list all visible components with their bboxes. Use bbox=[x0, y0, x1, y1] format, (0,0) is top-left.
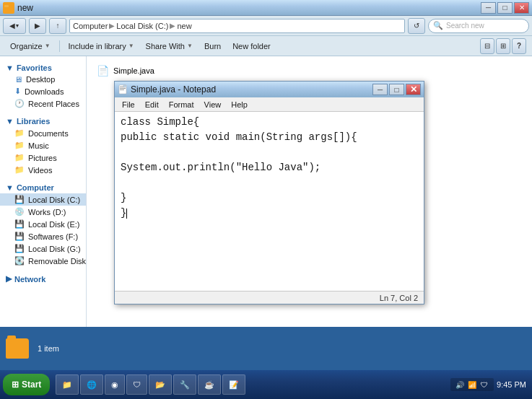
notepad-window: Simple.java - Notepad ─ □ ✕ File Edit Fo… bbox=[114, 81, 424, 304]
svg-rect-1 bbox=[4, 5, 9, 7]
notepad-minimize-btn[interactable]: ─ bbox=[372, 84, 388, 95]
sidebar-section-libraries: ▼ Libraries 📁 Documents 📁 Music 📁 Pictur… bbox=[0, 115, 86, 176]
taskbar: ⊞ Start 📁 🌐 ◉ 🛡 📂 🔧 ☕ 📝 🔊 📶 bbox=[0, 370, 532, 399]
sidebar-item-desktop[interactable]: 🖥 Desktop bbox=[0, 74, 86, 85]
path-segment-new: new bbox=[177, 22, 191, 30]
address-path[interactable]: Computer ▶ Local Disk (C:) ▶ new bbox=[69, 19, 405, 33]
menu-item-view[interactable]: View bbox=[200, 99, 226, 110]
sidebar-item-pictures[interactable]: 📁 Pictures bbox=[0, 152, 86, 164]
removable-i-icon: 💽 bbox=[14, 256, 25, 266]
notepad-content[interactable]: class Simple{ public static void main(St… bbox=[115, 112, 424, 291]
recent-label: Recent Places bbox=[28, 100, 79, 108]
notepad-status-bar: Ln 7, Col 2 bbox=[115, 291, 424, 304]
back-button[interactable]: ◀ ▼ bbox=[3, 18, 26, 34]
notepad-close-btn[interactable]: ✕ bbox=[406, 84, 421, 95]
up-arrow-icon: ↑ bbox=[56, 22, 60, 30]
taskbar-item-misc2[interactable]: 📂 bbox=[149, 374, 172, 395]
recent-icon: 🕐 bbox=[14, 99, 25, 108]
sidebar-libraries-header[interactable]: ▼ Libraries bbox=[0, 115, 86, 127]
search-icon: 🔍 bbox=[433, 21, 443, 30]
tray-icon-security[interactable]: 🛡 bbox=[479, 380, 489, 390]
notepad-close-icon: ✕ bbox=[410, 84, 417, 95]
organize-button[interactable]: Organize ▼ bbox=[6, 38, 55, 54]
search-placeholder: Search new bbox=[446, 22, 484, 30]
path-segment-disk: Local Disk (C:) bbox=[116, 22, 168, 30]
desktop-folder-item[interactable] bbox=[6, 338, 29, 359]
taskbar-item-misc3[interactable]: 🔧 bbox=[173, 374, 196, 395]
view-options-button[interactable]: ⊞ bbox=[496, 38, 510, 54]
taskbar-item-chrome[interactable]: ◉ bbox=[105, 374, 125, 395]
sidebar-network-header[interactable]: ▶ Network bbox=[0, 273, 86, 285]
desktop-folder-icon bbox=[6, 338, 29, 359]
search-bar[interactable]: 🔍 Search new bbox=[428, 19, 529, 33]
address-bar: ◀ ▼ ▶ ↑ Computer ▶ Local Disk (C:) ▶ new… bbox=[0, 16, 532, 36]
sidebar-item-recent[interactable]: 🕐 Recent Places bbox=[0, 97, 86, 110]
network-label: Network bbox=[14, 275, 45, 284]
taskbar-item-folder[interactable]: 📁 bbox=[56, 374, 79, 395]
sidebar-item-videos[interactable]: 📁 Videos bbox=[0, 164, 86, 176]
menu-edit-label: Edit bbox=[145, 100, 159, 109]
code-line-4: System.out.println("Hello Java"); bbox=[121, 162, 320, 173]
menu-item-file[interactable]: File bbox=[118, 99, 139, 110]
minimize-button[interactable]: ─ bbox=[481, 2, 496, 14]
toolbar-sep-1 bbox=[59, 40, 60, 52]
file-item-simplejava[interactable]: 📄 Simple.java bbox=[92, 62, 526, 79]
view-change-button[interactable]: ⊟ bbox=[480, 38, 494, 54]
back-arrow-icon: ◀ bbox=[9, 22, 15, 30]
taskbar-items: 📁 🌐 ◉ 🛡 📂 🔧 ☕ 📝 bbox=[53, 374, 445, 395]
explorer-window-icon bbox=[3, 2, 14, 14]
svg-rect-6 bbox=[123, 85, 126, 87]
taskbar-item-ie[interactable]: 🌐 bbox=[80, 374, 103, 395]
include-in-library-button[interactable]: Include in library ▼ bbox=[64, 38, 139, 54]
taskbar-item-misc1[interactable]: 🛡 bbox=[126, 374, 147, 395]
sidebar-item-works-d[interactable]: 💿 Works (D:) bbox=[0, 206, 86, 218]
help-button[interactable]: ? bbox=[512, 38, 526, 54]
network-arrow-icon: ▶ bbox=[6, 274, 12, 284]
toolbar: Organize ▼ Include in library ▼ Share Wi… bbox=[0, 36, 532, 56]
downloads-icon: ⬇ bbox=[14, 87, 21, 96]
share-with-button[interactable]: Share With ▼ bbox=[141, 38, 197, 54]
sidebar-section-computer: ▼ Computer 💾 Local Disk (C:) 💿 Works (D:… bbox=[0, 182, 86, 267]
sidebar-item-documents[interactable]: 📁 Documents bbox=[0, 127, 86, 139]
include-in-library-label: Include in library bbox=[69, 42, 126, 51]
menu-item-format[interactable]: Format bbox=[165, 99, 199, 110]
up-button[interactable]: ↑ bbox=[49, 18, 66, 34]
libraries-arrow-icon: ▼ bbox=[6, 117, 14, 126]
sidebar-computer-header[interactable]: ▼ Computer bbox=[0, 182, 86, 193]
notepad-maximize-btn[interactable]: □ bbox=[389, 84, 404, 95]
sidebar-section-network: ▶ Network bbox=[0, 273, 86, 285]
pictures-label: Pictures bbox=[28, 154, 57, 162]
taskbar-item-misc5[interactable]: 📝 bbox=[222, 374, 245, 395]
dropdown-icon: ▼ bbox=[15, 23, 20, 28]
sidebar-item-local-c[interactable]: 💾 Local Disk (C:) bbox=[0, 193, 86, 206]
taskbar-misc4-icon: ☕ bbox=[204, 380, 214, 390]
menu-item-edit[interactable]: Edit bbox=[141, 99, 163, 110]
code-line-1: class Simple{ bbox=[121, 116, 199, 128]
maximize-icon: □ bbox=[502, 4, 507, 12]
sidebar-item-local-g[interactable]: 💾 Local Disk (G:) bbox=[0, 242, 86, 255]
sidebar-item-removable-i[interactable]: 💽 Removable Disk (I:) bbox=[0, 255, 86, 267]
sidebar-favorites-header[interactable]: ▼ Favorites bbox=[0, 62, 86, 74]
toolbar-right: ⊟ ⊞ ? bbox=[480, 38, 526, 54]
close-button[interactable]: ✕ bbox=[514, 2, 529, 14]
sidebar-item-softwares-f[interactable]: 💾 Softwares (F:) bbox=[0, 230, 86, 242]
burn-button[interactable]: Burn bbox=[200, 38, 225, 54]
taskbar-misc1-icon: 🛡 bbox=[133, 380, 141, 389]
sidebar-item-downloads[interactable]: ⬇ Downloads bbox=[0, 85, 86, 97]
taskbar-item-misc4[interactable]: ☕ bbox=[198, 374, 221, 395]
java-file-name: Simple.java bbox=[113, 66, 154, 75]
desktop-label: Desktop bbox=[26, 75, 55, 84]
tray-icon-network[interactable]: 📶 bbox=[467, 380, 477, 390]
new-folder-button[interactable]: New folder bbox=[228, 38, 275, 54]
start-button[interactable]: ⊞ Start bbox=[3, 374, 50, 395]
tray-icon-volume[interactable]: 🔊 bbox=[455, 380, 465, 390]
clock-time: 9:45 PM bbox=[497, 380, 526, 389]
sidebar-item-music[interactable]: 📁 Music bbox=[0, 139, 86, 152]
forward-button[interactable]: ▶ bbox=[29, 18, 46, 34]
menu-item-help[interactable]: Help bbox=[227, 99, 252, 110]
sidebar-item-local-e[interactable]: 💾 Local Disk (E:) bbox=[0, 218, 86, 230]
maximize-button[interactable]: □ bbox=[497, 2, 513, 14]
refresh-button[interactable]: ↺ bbox=[408, 18, 425, 34]
menu-view-label: View bbox=[204, 100, 222, 109]
share-dropdown-icon: ▼ bbox=[187, 43, 193, 49]
